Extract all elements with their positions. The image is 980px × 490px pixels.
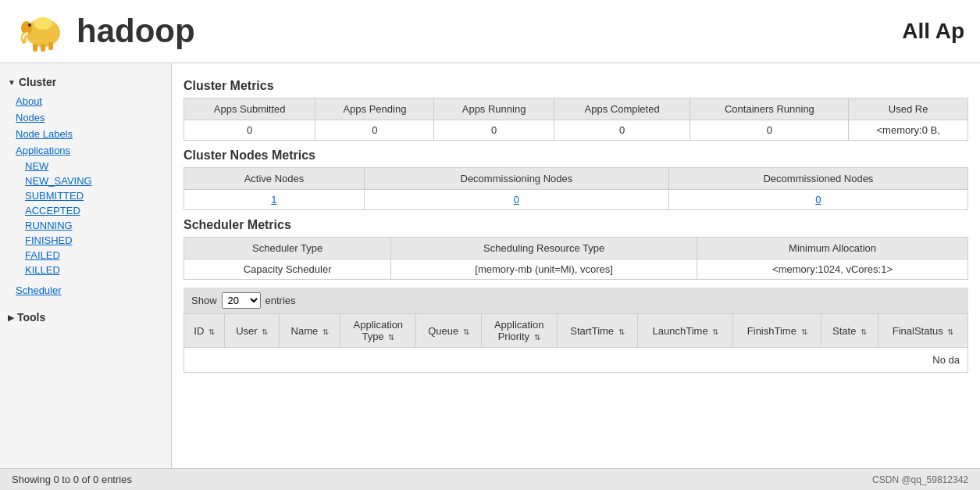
cluster-metrics-row: 0 0 0 0 0 <memory:0 B, — [184, 120, 968, 141]
sidebar-sub-item-finished[interactable]: FINISHED — [0, 233, 171, 248]
app-type-sort-icon: ⇅ — [388, 333, 394, 342]
show-entries-bar: Show 10 20 50 100 entries — [184, 288, 968, 313]
sidebar-sub-item-new[interactable]: NEW — [0, 159, 171, 173]
col-minimum-allocation: Minimum Allocation — [697, 238, 968, 259]
page-title: All Ap — [902, 19, 964, 44]
failed-link[interactable]: FAILED — [25, 249, 60, 261]
tools-label: Tools — [17, 311, 45, 324]
active-nodes-link[interactable]: 1 — [271, 194, 276, 206]
sidebar-item-nodes[interactable]: Nodes — [0, 109, 171, 126]
sidebar: ▼ Cluster About Nodes Node Labels Applic… — [0, 63, 172, 483]
node-labels-link[interactable]: Node Labels — [16, 128, 73, 140]
final-status-sort-icon: ⇅ — [947, 327, 953, 336]
new-link[interactable]: NEW — [25, 160, 48, 172]
col-apps-submitted: Apps Submitted — [184, 98, 315, 120]
val-apps-pending: 0 — [315, 120, 434, 141]
col-queue[interactable]: Queue ⇅ — [416, 314, 482, 348]
col-final-status[interactable]: FinalStatus ⇅ — [878, 314, 968, 348]
col-apps-running: Apps Running — [434, 98, 554, 120]
tools-section: ▶ Tools — [0, 306, 171, 328]
col-application-type[interactable]: ApplicationType ⇅ — [340, 314, 416, 348]
col-id[interactable]: ID ⇅ — [184, 314, 225, 348]
user-sort-icon: ⇅ — [262, 327, 268, 336]
hadoop-elephant-icon — [16, 8, 70, 55]
sidebar-item-scheduler[interactable]: Scheduler — [0, 282, 171, 299]
col-user[interactable]: User ⇅ — [225, 314, 280, 348]
sidebar-item-node-labels[interactable]: Node Labels — [0, 126, 171, 142]
cluster-nodes-metrics-title: Cluster Nodes Metrics — [184, 148, 968, 163]
scheduler-link[interactable]: Scheduler — [16, 284, 62, 296]
showing-text: Showing 0 to 0 of 0 entries — [12, 474, 132, 483]
content-area: Cluster Metrics Apps Submitted Apps Pend… — [172, 63, 980, 483]
scheduler-metrics-table: Scheduler Type Scheduling Resource Type … — [184, 237, 968, 280]
cluster-nodes-table: Active Nodes Decommissioning Nodes Decom… — [184, 167, 968, 210]
name-sort-icon: ⇅ — [323, 327, 329, 336]
decommissioning-nodes-link[interactable]: 0 — [514, 194, 519, 206]
col-finish-time[interactable]: FinishTime ⇅ — [733, 314, 821, 348]
tools-collapse-arrow: ▶ — [8, 313, 14, 322]
entries-select[interactable]: 10 20 50 100 — [222, 292, 261, 309]
sidebar-sub-item-failed[interactable]: FAILED — [0, 248, 171, 263]
app-priority-sort-icon: ⇅ — [534, 333, 540, 342]
sidebar-sub-item-accepted[interactable]: ACCEPTED — [0, 203, 171, 218]
about-link[interactable]: About — [16, 95, 42, 107]
new-saving-link[interactable]: NEW_SAVING — [25, 175, 92, 187]
finished-link[interactable]: FINISHED — [25, 234, 73, 246]
col-used-resources: Used Re — [849, 98, 968, 120]
sidebar-sub-item-killed[interactable]: KILLED — [0, 263, 171, 277]
footer: Showing 0 to 0 of 0 entries CSDN @qq_598… — [0, 468, 980, 483]
cluster-metrics-table: Apps Submitted Apps Pending Apps Running… — [184, 98, 968, 141]
running-link[interactable]: RUNNING — [25, 220, 73, 231]
sidebar-item-applications[interactable]: Applications — [0, 142, 171, 159]
col-apps-pending: Apps Pending — [315, 98, 434, 120]
applications-link[interactable]: Applications — [16, 145, 70, 156]
col-state[interactable]: State ⇅ — [821, 314, 878, 348]
entries-label: entries — [265, 295, 296, 306]
launch-time-sort-icon: ⇅ — [712, 327, 718, 336]
sidebar-sub-item-running[interactable]: RUNNING — [0, 218, 171, 233]
nodes-link[interactable]: Nodes — [16, 112, 45, 123]
col-apps-completed: Apps Completed — [554, 98, 690, 120]
cluster-nodes-row: 1 0 0 — [184, 190, 968, 210]
col-start-time[interactable]: StartTime ⇅ — [557, 314, 638, 348]
col-name[interactable]: Name ⇅ — [280, 314, 340, 348]
val-minimum-allocation: <memory:1024, vCores:1> — [697, 259, 968, 280]
val-active-nodes: 1 — [184, 190, 365, 210]
logo-area: hadoop — [16, 8, 195, 55]
submitted-link[interactable]: SUBMITTED — [25, 190, 84, 202]
col-decommissioned-nodes: Decommissioned Nodes — [668, 168, 968, 190]
col-scheduler-type: Scheduler Type — [184, 238, 391, 259]
val-decommissioned-nodes: 0 — [668, 190, 968, 210]
sidebar-item-about[interactable]: About — [0, 93, 171, 109]
tools-section-header[interactable]: ▶ Tools — [0, 306, 171, 328]
header: hadoop All Ap — [0, 0, 980, 63]
queue-sort-icon: ⇅ — [463, 327, 469, 336]
no-data-message: No da — [184, 348, 968, 373]
col-application-priority[interactable]: ApplicationPriority ⇅ — [481, 314, 557, 348]
finish-time-sort-icon: ⇅ — [801, 327, 807, 336]
decommissioned-nodes-link[interactable]: 0 — [815, 194, 821, 206]
show-label: Show — [191, 295, 217, 306]
logo-text: hadoop — [77, 13, 195, 50]
col-scheduling-resource-type: Scheduling Resource Type — [391, 238, 697, 259]
sidebar-sub-item-submitted[interactable]: SUBMITTED — [0, 188, 171, 203]
killed-link[interactable]: KILLED — [25, 264, 60, 276]
val-apps-submitted: 0 — [184, 120, 315, 141]
cluster-metrics-title: Cluster Metrics — [184, 79, 968, 93]
val-scheduling-resource-type: [memory-mb (unit=Mi), vcores] — [391, 259, 697, 280]
col-launch-time[interactable]: LaunchTime ⇅ — [638, 314, 733, 348]
val-decommissioning-nodes: 0 — [364, 190, 668, 210]
applications-table: ID ⇅ User ⇅ Name ⇅ ApplicationType ⇅ Que… — [184, 313, 968, 348]
svg-rect-4 — [33, 44, 37, 52]
sidebar-sub-item-new-saving[interactable]: NEW_SAVING — [0, 173, 171, 188]
start-time-sort-icon: ⇅ — [618, 327, 625, 336]
val-containers-running: 0 — [690, 120, 849, 141]
svg-point-3 — [28, 23, 31, 27]
col-active-nodes: Active Nodes — [184, 168, 365, 190]
accepted-link[interactable]: ACCEPTED — [25, 205, 80, 216]
cluster-section-header[interactable]: ▼ Cluster — [0, 71, 171, 93]
cluster-label: Cluster — [19, 76, 56, 88]
scheduler-metrics-row: Capacity Scheduler [memory-mb (unit=Mi),… — [184, 259, 968, 280]
state-sort-icon: ⇅ — [861, 327, 867, 336]
val-used-resources: <memory:0 B, — [849, 120, 968, 141]
